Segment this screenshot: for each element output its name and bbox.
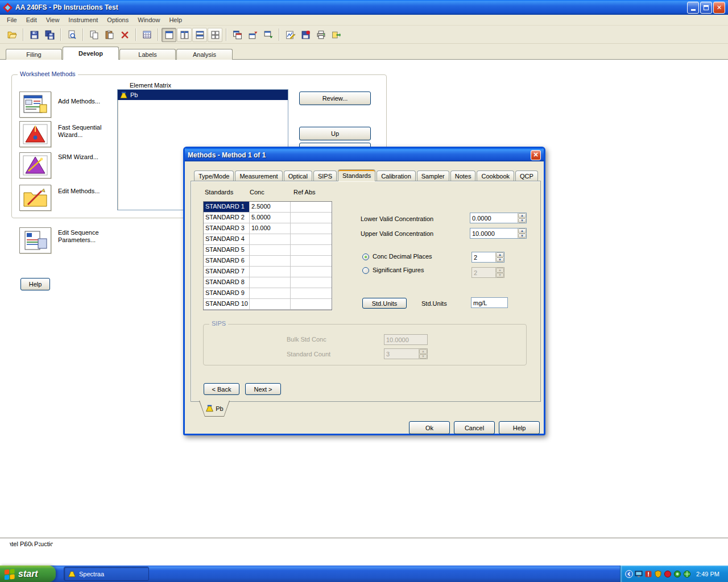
print-preview-button[interactable] (64, 28, 79, 42)
save-all-button[interactable] (42, 28, 57, 42)
standard-ref-abs-cell[interactable] (291, 202, 332, 212)
add-methods-button[interactable] (19, 92, 51, 118)
worksheet-grid-button[interactable] (139, 28, 154, 42)
taskbar-clock[interactable]: 2:49 PM (696, 571, 719, 577)
menu-item[interactable]: Options (102, 15, 133, 24)
standard-name-cell[interactable]: STANDARD 8 (204, 277, 250, 288)
tray-alert-icon[interactable] (644, 570, 652, 578)
conc-decimal-places-radio[interactable] (362, 253, 369, 260)
maximize-button[interactable] (700, 2, 712, 14)
std-units-button[interactable]: Std.Units (362, 298, 407, 309)
standard-ref-abs-cell[interactable] (291, 277, 332, 288)
standard-conc-cell[interactable] (250, 288, 291, 298)
window-layout-grid-button[interactable] (208, 28, 222, 42)
method-tab[interactable]: Notes (450, 171, 476, 181)
standard-ref-abs-cell[interactable] (291, 256, 332, 266)
save-method-button[interactable] (298, 28, 313, 42)
srm-wizard-button[interactable] (19, 152, 51, 178)
standard-ref-abs-cell[interactable] (291, 267, 332, 277)
standard-conc-cell[interactable] (250, 277, 291, 288)
copy-button[interactable] (86, 28, 101, 42)
print-button[interactable] (313, 28, 328, 42)
standards-table-row[interactable]: STANDARD 8 (204, 277, 332, 288)
standard-name-cell[interactable]: STANDARD 1 (204, 202, 250, 212)
dialog-help-button[interactable]: Help (499, 421, 540, 434)
standard-conc-cell[interactable]: 5.0000 (250, 213, 291, 223)
view-tab[interactable]: Develop (63, 47, 119, 60)
view-tab[interactable]: Filing (6, 49, 62, 60)
lower-valid-concentration-input[interactable] (470, 213, 518, 223)
method-tab[interactable]: Calibration (377, 171, 416, 181)
standards-table-row[interactable]: STANDARD 6 (204, 256, 332, 267)
standard-conc-cell[interactable]: 10.000 (250, 223, 291, 234)
method-tab[interactable]: SIPS (313, 171, 337, 181)
move-window-up-button[interactable] (245, 28, 260, 42)
taskbar-task-spectraa[interactable]: Spectraa (64, 567, 149, 581)
standard-conc-cell[interactable] (250, 256, 291, 266)
close-button[interactable]: ✕ (713, 2, 725, 14)
paste-button[interactable] (102, 28, 117, 42)
standards-table-row[interactable]: STANDARD 5 (204, 245, 332, 256)
element-row[interactable]: Pb (118, 90, 288, 100)
standards-table-row[interactable]: STANDARD 7 (204, 267, 332, 277)
upper-valid-down-arrow[interactable]: ▼ (518, 234, 526, 239)
menu-item[interactable]: Help (164, 15, 187, 24)
method-tab[interactable]: Type/Mode (194, 171, 234, 181)
menu-item[interactable]: Edit (22, 15, 42, 24)
edit-sequence-parameters-button[interactable] (19, 227, 51, 253)
open-button[interactable] (5, 28, 19, 42)
edit-signal-button[interactable] (283, 28, 297, 42)
standard-name-cell[interactable]: STANDARD 4 (204, 234, 250, 244)
menu-item[interactable]: Window (133, 15, 164, 24)
standard-conc-cell[interactable] (250, 299, 291, 309)
standard-ref-abs-cell[interactable] (291, 234, 332, 244)
upper-valid-up-arrow[interactable]: ▲ (518, 228, 526, 234)
method-tab[interactable]: Sampler (417, 171, 449, 181)
lower-valid-down-arrow[interactable]: ▼ (518, 218, 526, 223)
move-window-down-button[interactable] (260, 28, 275, 42)
standard-ref-abs-cell[interactable] (291, 245, 332, 255)
standards-table-row[interactable]: STANDARD 9 (204, 288, 332, 299)
tray-status-green-icon[interactable] (673, 570, 681, 578)
view-tab[interactable]: Labels (119, 49, 176, 60)
help-button[interactable]: Help (20, 278, 50, 290)
tray-collapse-arrow-icon[interactable] (625, 570, 633, 578)
view-tab[interactable]: Analysis (176, 49, 233, 60)
method-tab[interactable]: QCP (515, 171, 538, 181)
standard-ref-abs-cell[interactable] (291, 223, 332, 234)
standards-table-row[interactable]: STANDARD 3 10.000 (204, 223, 332, 234)
minimize-button[interactable] (687, 2, 699, 14)
upper-valid-concentration-input[interactable] (470, 228, 518, 238)
significant-figures-radio[interactable] (362, 267, 369, 274)
cancel-button[interactable]: Cancel (454, 421, 495, 434)
delete-button[interactable] (117, 28, 132, 42)
back-button[interactable]: < Back (204, 383, 239, 395)
method-tab[interactable]: Measurement (235, 171, 282, 181)
method-tab[interactable]: Standards (338, 169, 375, 181)
methods-dialog-close-button[interactable]: ✕ (531, 150, 541, 160)
conc-decimal-down-arrow[interactable]: ▼ (496, 257, 504, 263)
standards-table-row[interactable]: STANDARD 1 2.5000 (204, 202, 332, 213)
next-button[interactable]: Next > (245, 383, 281, 395)
ok-button[interactable]: Ok (409, 421, 450, 434)
dialog-element-tab[interactable]: Pb (199, 401, 230, 417)
window-layout-single-button[interactable] (162, 28, 176, 42)
window-layout-horizontal-button[interactable] (192, 28, 207, 42)
standard-name-cell[interactable]: STANDARD 2 (204, 213, 250, 223)
menu-item[interactable]: Instrument (64, 15, 102, 24)
standards-table-row[interactable]: STANDARD 10 (204, 299, 332, 310)
standard-name-cell[interactable]: STANDARD 3 (204, 223, 250, 234)
method-tab[interactable]: Cookbook (477, 171, 514, 181)
standards-table-row[interactable]: STANDARD 4 (204, 234, 332, 245)
fast-sequential-wizard-button[interactable] (19, 121, 51, 147)
review-button[interactable]: Review... (299, 92, 371, 105)
lower-valid-up-arrow[interactable]: ▲ (518, 213, 526, 218)
cascade-windows-button[interactable] (230, 28, 245, 42)
up-button[interactable]: Up (299, 127, 371, 140)
conc-decimal-places-input[interactable] (472, 252, 495, 262)
standard-ref-abs-cell[interactable] (291, 288, 332, 298)
tray-network-icon[interactable] (683, 570, 691, 578)
standard-ref-abs-cell[interactable] (291, 213, 332, 223)
down-button-partial[interactable] (299, 143, 371, 147)
conc-decimal-up-arrow[interactable]: ▲ (496, 252, 504, 257)
